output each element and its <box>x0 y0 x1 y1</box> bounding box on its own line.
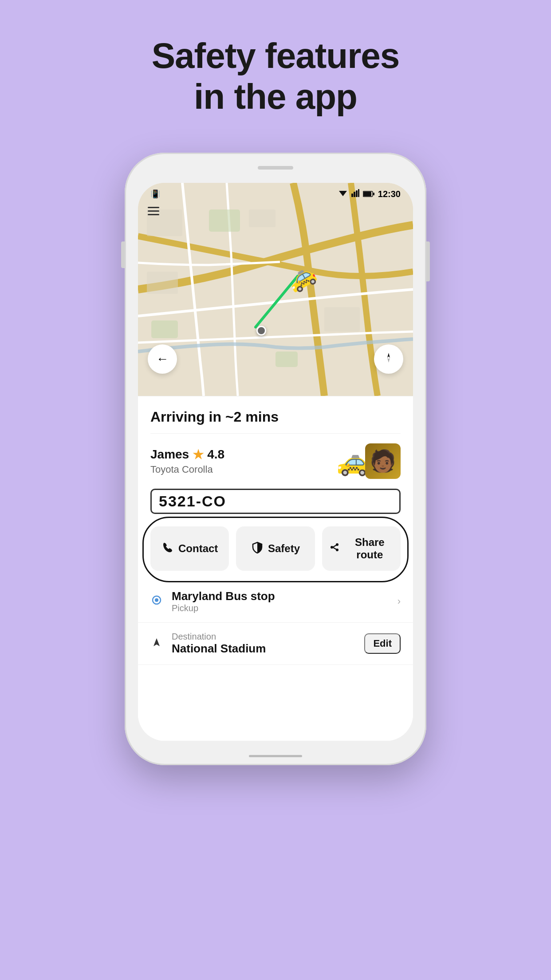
driver-name: James ★ 4.8 <box>150 447 224 462</box>
svg-marker-24 <box>153 638 160 646</box>
share-route-icon <box>328 541 341 557</box>
status-bar: 📳 <box>138 183 413 202</box>
safety-label: Safety <box>268 542 300 555</box>
driver-info: James ★ 4.8 Toyota Corolla <box>150 447 224 475</box>
phone-home-indicator <box>249 755 302 757</box>
svg-rect-9 <box>151 320 178 338</box>
car-emoji-icon: 🚕 <box>336 446 370 477</box>
contact-icon <box>161 541 174 557</box>
wifi-icon <box>338 188 348 200</box>
phone-side-button-left <box>121 241 125 268</box>
page-title: Safety features in the app <box>152 36 400 117</box>
map-area: 📳 <box>138 183 413 396</box>
clock: 12:30 <box>378 189 401 199</box>
svg-marker-18 <box>387 358 390 363</box>
bottom-panel: Arriving in ~2 mins James ★ 4.8 Toyota C… <box>138 396 413 741</box>
location-rows: Maryland Bus stop Pickup › Destination N… <box>138 577 413 741</box>
pickup-row[interactable]: Maryland Bus stop Pickup › <box>138 581 413 623</box>
pickup-sublabel: Pickup <box>172 603 389 613</box>
map-background <box>138 183 413 396</box>
star-icon: ★ <box>193 447 204 462</box>
pickup-chevron: › <box>398 596 401 607</box>
edit-destination-button[interactable]: Edit <box>364 633 401 654</box>
share-route-label: Share route <box>345 536 394 561</box>
back-arrow-icon: ← <box>156 352 169 366</box>
driver-row: James ★ 4.8 Toyota Corolla 🚕 🧑🏾 <box>138 434 413 489</box>
svg-rect-13 <box>147 272 178 294</box>
vibrate-icon: 📳 <box>150 189 160 199</box>
battery-icon <box>363 188 374 200</box>
svg-rect-4 <box>358 189 359 197</box>
map-location-dot <box>256 326 266 336</box>
pickup-name: Maryland Bus stop <box>172 589 389 603</box>
svg-rect-1 <box>351 194 353 197</box>
svg-point-20 <box>336 549 338 551</box>
phone-speaker <box>258 166 293 170</box>
menu-button[interactable] <box>148 207 159 215</box>
driver-images: 🚕 🧑🏾 <box>336 443 401 479</box>
destination-label: Destination <box>172 632 355 642</box>
svg-point-23 <box>155 598 158 602</box>
action-buttons: Contact Safety <box>150 526 401 571</box>
pickup-text: Maryland Bus stop Pickup <box>172 589 389 613</box>
destination-icon <box>150 637 163 650</box>
svg-rect-11 <box>209 209 240 232</box>
destination-row: Destination National Stadium Edit <box>138 623 413 665</box>
status-left: 📳 <box>150 189 160 199</box>
driver-car: Toyota Corolla <box>150 464 224 475</box>
svg-rect-3 <box>356 190 358 197</box>
driver-face-icon: 🧑🏾 <box>370 449 396 474</box>
svg-marker-17 <box>387 353 390 358</box>
compass-button[interactable] <box>374 344 403 374</box>
svg-rect-15 <box>324 307 360 332</box>
svg-rect-14 <box>249 209 276 227</box>
svg-point-21 <box>331 546 333 549</box>
svg-rect-2 <box>354 192 355 197</box>
status-right: 12:30 <box>338 188 401 200</box>
svg-rect-6 <box>363 192 371 196</box>
safety-button[interactable]: Safety <box>236 526 315 571</box>
svg-point-19 <box>336 543 338 546</box>
contact-button[interactable]: Contact <box>150 526 229 571</box>
share-route-button[interactable]: Share route <box>322 526 401 571</box>
safety-icon <box>251 541 264 557</box>
action-buttons-area: Contact Safety <box>138 522 413 577</box>
contact-label: Contact <box>178 542 218 555</box>
arriving-text: Arriving in ~2 mins <box>138 396 413 433</box>
back-button[interactable]: ← <box>148 344 177 374</box>
compass-icon <box>382 351 395 368</box>
svg-rect-7 <box>373 193 374 195</box>
destination-name: National Stadium <box>172 642 355 656</box>
svg-marker-0 <box>339 191 347 196</box>
phone-screen: 📳 <box>138 183 413 741</box>
svg-rect-10 <box>276 352 298 367</box>
phone-mockup: 📳 <box>125 153 426 765</box>
signal-icon <box>351 188 359 200</box>
driver-avatar: 🧑🏾 <box>365 443 401 479</box>
destination-text: Destination National Stadium <box>172 632 355 656</box>
pickup-icon <box>150 595 163 608</box>
plate-number: 5321-CO <box>150 489 401 514</box>
phone-side-button-right <box>426 241 430 281</box>
